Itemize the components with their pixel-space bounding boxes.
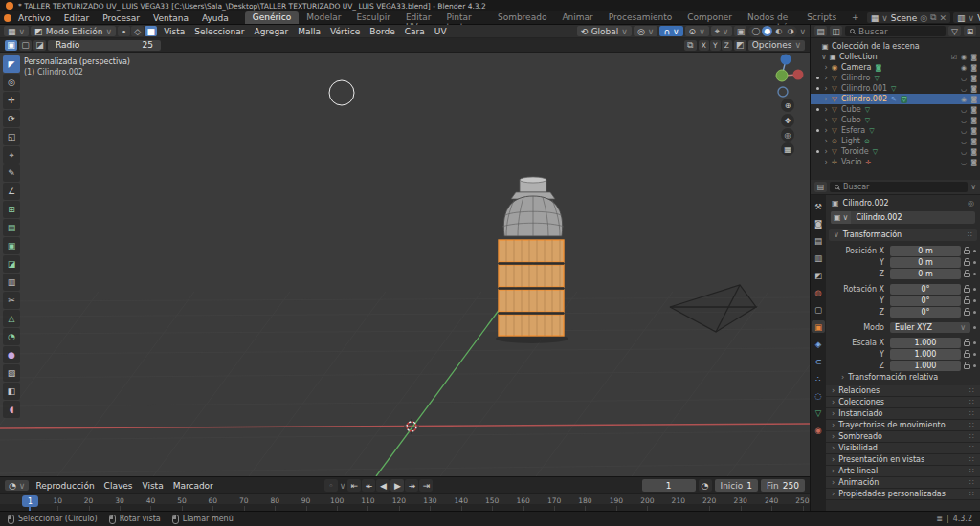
expand-icon[interactable]: › bbox=[822, 95, 830, 103]
timeline-editor-type-button[interactable]: ◔∨ bbox=[5, 480, 29, 491]
gizmo-y-axis[interactable] bbox=[776, 70, 788, 81]
animate-dot-icon[interactable] bbox=[973, 250, 976, 252]
eye-icon[interactable]: ◡ bbox=[961, 148, 967, 156]
workspace-tab-nodos-de-geometria[interactable]: Nodos de geometría bbox=[740, 11, 799, 24]
rotate-tool[interactable]: ⟳ bbox=[3, 110, 20, 127]
spin-tool[interactable]: ◔ bbox=[3, 328, 20, 345]
panel-presentacion-en-vistas[interactable]: ›Presentación en vistas∷ bbox=[826, 454, 980, 466]
gizmo-z-axis[interactable] bbox=[781, 55, 791, 65]
timeline-menu-vista[interactable]: Vista bbox=[137, 481, 167, 491]
viewport-menu-vista[interactable]: Vista bbox=[159, 27, 189, 36]
outliner-row-esfera[interactable]: ›▽Esfera▽◡◙ bbox=[811, 125, 980, 136]
workspace-tab-sombreado[interactable]: Sombreado bbox=[490, 11, 554, 24]
edge-select-button[interactable]: ◇ bbox=[131, 26, 144, 36]
panel-arte-lineal[interactable]: ›Arte lineal∷ bbox=[826, 466, 980, 477]
annotate-tool[interactable]: ✎ bbox=[3, 164, 20, 182]
timeline-menu-marcador[interactable]: Marcador bbox=[168, 481, 218, 491]
mirror-icon[interactable]: ⧉ bbox=[684, 40, 697, 51]
menu-ventana[interactable]: Ventana bbox=[146, 13, 195, 23]
snap-button[interactable]: ∩∨ bbox=[659, 26, 682, 36]
collection-tab[interactable]: ▢ bbox=[812, 303, 825, 316]
gizmos-dropdown[interactable]: ⌖∨ bbox=[711, 26, 733, 36]
lock-open-icon[interactable] bbox=[964, 273, 970, 277]
outliner-row-collection[interactable]: ∨▣Collection☑◉◙ bbox=[811, 52, 980, 62]
playhead[interactable]: 1 bbox=[22, 495, 38, 507]
frame-start-field[interactable]: Inicio 1 bbox=[715, 479, 759, 492]
falloff-root-button[interactable]: ◪ bbox=[33, 40, 46, 51]
lock-open-icon[interactable] bbox=[964, 364, 970, 369]
face-select-button[interactable]: ■ bbox=[145, 26, 157, 36]
shrink-fatten-tool[interactable]: ◧ bbox=[3, 383, 20, 400]
editor-type-button[interactable]: ▦∨ bbox=[4, 26, 29, 36]
outliner-row-scene-collection[interactable]: ▣Colección de la escena bbox=[811, 41, 980, 52]
mode-dropdown[interactable]: Euler XYZ∨ bbox=[890, 322, 970, 333]
record-options-icon[interactable]: ∨ bbox=[340, 481, 346, 491]
current-frame-field[interactable]: 1 bbox=[642, 479, 696, 492]
mirror-axis-y-button[interactable]: Y bbox=[710, 40, 721, 51]
outliner-row-cubo[interactable]: ›▽Cubo▽◡◙ bbox=[811, 115, 980, 125]
panel-relaciones[interactable]: ›Relaciones∷ bbox=[826, 385, 980, 397]
knife-tool[interactable]: ✂ bbox=[3, 292, 20, 309]
value-field[interactable]: 1.000 bbox=[890, 338, 961, 348]
workspace-tab-generico[interactable]: Genérico bbox=[245, 11, 299, 24]
zoom-icon[interactable]: ⊕ bbox=[781, 99, 794, 112]
lock-open-icon[interactable] bbox=[964, 288, 970, 293]
vertex-select-button[interactable]: ∙ bbox=[118, 26, 130, 36]
timeline-ruler[interactable]: 1020304050607080901001101201301401501601… bbox=[0, 493, 810, 511]
expand-icon[interactable]: › bbox=[822, 63, 830, 72]
outliner-row-light[interactable]: ›⊙Light⊙◡◙ bbox=[811, 136, 980, 146]
workspace-tab-modelar[interactable]: Modelar bbox=[299, 11, 348, 24]
cone-object[interactable] bbox=[670, 285, 756, 332]
gizmo-x-axis[interactable] bbox=[793, 70, 804, 80]
falloff-smooth-button[interactable]: ▣ bbox=[5, 40, 17, 51]
mirror-axis-z-button[interactable]: Z bbox=[722, 40, 732, 51]
loop-cut-tool[interactable]: ▥ bbox=[3, 274, 20, 291]
solid-shading-button[interactable]: ● bbox=[762, 26, 772, 36]
animate-dot-icon[interactable] bbox=[973, 261, 976, 264]
checkbox-icon[interactable]: ☑ bbox=[951, 54, 957, 61]
poly-build-tool[interactable]: △ bbox=[3, 310, 20, 327]
properties-options-icon[interactable]: ∨ bbox=[970, 183, 976, 191]
outliner-row-cilindro[interactable]: ›▽Cilindro▽◡◙ bbox=[811, 73, 980, 83]
snap-target-icon[interactable]: ◩ bbox=[734, 40, 746, 51]
camera-render-icon[interactable]: ◙ bbox=[970, 159, 977, 166]
expand-icon[interactable]: › bbox=[822, 126, 830, 135]
animate-dot-icon[interactable] bbox=[973, 311, 976, 314]
properties-editor-type-button[interactable]: ▤ bbox=[814, 182, 827, 192]
value-field[interactable]: 0° bbox=[890, 296, 961, 306]
record-button[interactable]: ◦ bbox=[324, 479, 338, 492]
scale-tool[interactable]: ◱ bbox=[3, 128, 20, 145]
edge-slide-tool[interactable]: ▨ bbox=[3, 364, 20, 382]
timeline-menu-reproduccion[interactable]: Reproducción bbox=[31, 481, 99, 491]
lock-open-icon[interactable] bbox=[964, 299, 970, 304]
measure-tool[interactable]: ∠ bbox=[3, 183, 20, 200]
outliner-row-vacio[interactable]: ›✛Vacio✛◡◙ bbox=[811, 157, 980, 167]
proportional-edit-button[interactable]: ◎∨ bbox=[634, 26, 657, 36]
outliner-row-toroide[interactable]: ›▽Toroide▽◡◙ bbox=[811, 146, 980, 157]
viewport-menu-borde[interactable]: Borde bbox=[365, 27, 399, 36]
eye-icon[interactable]: ◡ bbox=[961, 159, 967, 166]
viewport-menu-malla[interactable]: Malla bbox=[293, 27, 325, 36]
extrude-region-tool[interactable]: ▤ bbox=[3, 219, 20, 236]
workspace-tab-animar[interactable]: Animar bbox=[554, 11, 600, 24]
animate-dot-icon[interactable] bbox=[973, 341, 976, 344]
move-tool[interactable]: ✛ bbox=[3, 92, 20, 109]
animate-dot-icon[interactable] bbox=[973, 353, 976, 356]
next-keyframe-button[interactable]: ↠ bbox=[405, 479, 418, 492]
jump-to-end-button[interactable]: ⇥ bbox=[419, 479, 433, 492]
menu-ayuda[interactable]: Ayuda bbox=[195, 13, 235, 23]
play-button[interactable]: ▶ bbox=[390, 479, 404, 492]
options-dropdown[interactable]: Opciones∨ bbox=[748, 40, 805, 51]
lock-open-icon[interactable] bbox=[964, 261, 970, 266]
particles-tab[interactable]: ∴ bbox=[812, 372, 825, 384]
value-field[interactable]: 1.000 bbox=[890, 361, 961, 371]
workspace-tab-procesamiento[interactable]: Procesamiento bbox=[601, 11, 680, 24]
perspective-toggle-icon[interactable]: ▦ bbox=[781, 142, 794, 156]
outliner-row-cilindro-001[interactable]: ›▽Cilindro.001▽◡◙ bbox=[811, 83, 980, 94]
eye-icon[interactable]: ◡ bbox=[961, 117, 967, 124]
panel-instanciado[interactable]: ›Instanciado∷ bbox=[826, 408, 980, 420]
camera-render-icon[interactable]: ◙ bbox=[970, 85, 977, 93]
relative-transform-panel[interactable]: › Transformación relativa bbox=[826, 371, 980, 384]
expand-icon[interactable]: › bbox=[822, 137, 830, 145]
rendered-shading-button[interactable]: ◑ bbox=[785, 26, 795, 36]
